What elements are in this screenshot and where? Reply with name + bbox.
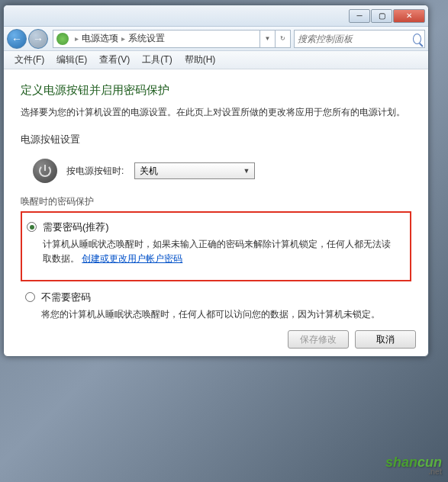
navbar: ← → ▸ 电源选项 ▸ 系统设置 ▼ ↻	[4, 27, 428, 51]
dropdown-value: 关机	[140, 165, 158, 178]
radio-content: 需要密码(推荐) 计算机从睡眠状态唤醒时，如果未输入正确的密码来解除计算机锁定，…	[43, 220, 399, 266]
save-button[interactable]: 保存修改	[288, 330, 349, 349]
power-button-row: 按电源按钮时: 关机 ▼	[21, 156, 411, 195]
radio-label: 需要密码(推荐)	[43, 220, 399, 234]
page-description: 选择要为您的计算机设置的电源设置。在此页上对设置所做的更改将应用于您所有的电源计…	[21, 105, 411, 119]
menubar: 文件(F) 编辑(E) 查看(V) 工具(T) 帮助(H)	[4, 51, 428, 69]
breadcrumb-item[interactable]: 系统设置	[128, 32, 165, 45]
search-box[interactable]	[294, 30, 425, 48]
radio-input[interactable]	[27, 222, 37, 232]
highlight-box: 需要密码(推荐) 计算机从睡眠状态唤醒时，如果未输入正确的密码来解除计算机锁定，…	[21, 211, 411, 281]
breadcrumb-item[interactable]: 电源选项	[82, 32, 118, 45]
section-power-button: 电源按钮设置	[21, 133, 411, 146]
content-area: 定义电源按钮并启用密码保护 选择要为您的计算机设置的电源设置。在此页上对设置所做…	[4, 69, 428, 329]
breadcrumb-dropdown[interactable]: ▼	[260, 30, 276, 48]
radio-require-password[interactable]: 需要密码(推荐) 计算机从睡眠状态唤醒时，如果未输入正确的密码来解除计算机锁定，…	[27, 220, 399, 266]
close-button[interactable]: ✕	[393, 9, 425, 23]
menu-edit[interactable]: 编辑(E)	[50, 52, 93, 68]
radio-description: 将您的计算机从睡眠状态唤醒时，任何人都可以访问您的数据，因为计算机未锁定。	[41, 307, 411, 322]
titlebar: ─ ▢ ✕	[4, 5, 428, 27]
radio-label: 不需要密码	[41, 291, 411, 304]
refresh-button[interactable]: ↻	[276, 30, 291, 48]
forward-button[interactable]: →	[28, 29, 48, 49]
page-title: 定义电源按钮并启用密码保护	[21, 83, 411, 98]
power-button-label: 按电源按钮时:	[66, 165, 124, 178]
nav-arrows: ← →	[7, 29, 48, 49]
minimize-button[interactable]: ─	[349, 9, 370, 23]
radio-content: 不需要密码 将您的计算机从睡眠状态唤醒时，任何人都可以访问您的数据，因为计算机未…	[41, 291, 411, 322]
watermark: shancun .net	[385, 455, 442, 476]
menu-file[interactable]: 文件(F)	[8, 52, 50, 68]
power-action-dropdown[interactable]: 关机 ▼	[134, 162, 255, 179]
breadcrumb[interactable]: ▸ 电源选项 ▸ 系统设置	[53, 30, 260, 48]
radio-no-password[interactable]: 不需要密码 将您的计算机从睡眠状态唤醒时，任何人都可以访问您的数据，因为计算机未…	[21, 291, 411, 322]
control-panel-window: ─ ▢ ✕ ← → ▸ 电源选项 ▸ 系统设置 ▼ ↻ 文件(F) 编辑(E) …	[3, 5, 429, 357]
menu-help[interactable]: 帮助(H)	[179, 52, 222, 68]
control-panel-icon	[56, 33, 69, 45]
search-input[interactable]	[298, 34, 413, 44]
radio-description: 计算机从睡眠状态唤醒时，如果未输入正确的密码来解除计算机锁定，任何人都无法读取数…	[43, 237, 399, 266]
section-wake-password: 唤醒时的密码保护	[21, 195, 411, 208]
footer-buttons: 保存修改 取消	[288, 330, 416, 349]
maximize-button[interactable]: ▢	[371, 9, 392, 23]
chevron-icon: ▸	[121, 34, 125, 43]
power-icon	[33, 159, 57, 183]
chevron-icon: ▸	[75, 34, 79, 43]
create-password-link[interactable]: 创建或更改用户帐户密码	[82, 253, 182, 264]
cancel-button[interactable]: 取消	[355, 330, 416, 349]
menu-view[interactable]: 查看(V)	[93, 52, 136, 68]
radio-input[interactable]	[25, 292, 35, 302]
search-icon	[413, 34, 421, 44]
back-button[interactable]: ←	[7, 29, 27, 49]
chevron-down-icon: ▼	[243, 167, 250, 175]
menu-tools[interactable]: 工具(T)	[136, 52, 178, 68]
